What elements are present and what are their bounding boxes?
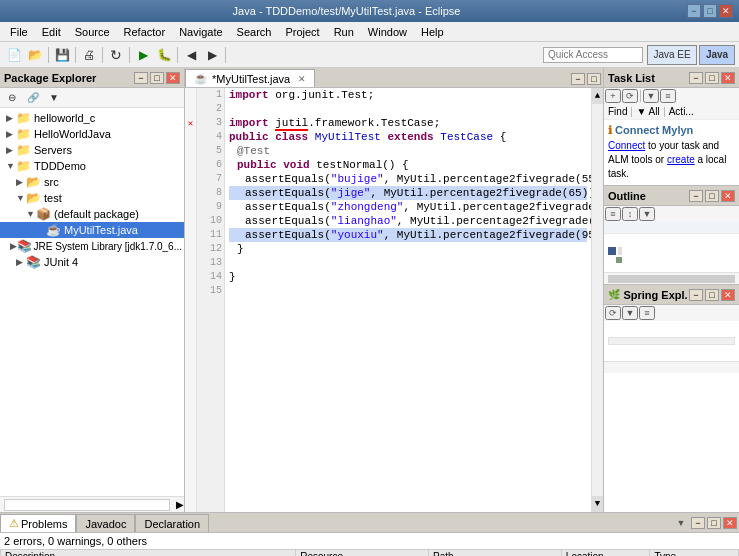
tree-item-jre[interactable]: ▶ 📚 JRE System Library [jdk1.7.0_6... xyxy=(0,238,184,254)
panel-close-button[interactable]: ✕ xyxy=(166,72,180,84)
outline-hide-fields[interactable]: ≡ xyxy=(605,207,621,221)
tree-item-test[interactable]: ▼ 📂 test xyxy=(0,190,184,206)
tree-item-myutiltest[interactable]: ☕ MyUtilTest.java xyxy=(0,222,184,238)
code-line-6: public void testNormal() { xyxy=(229,158,587,172)
code-line-12: } xyxy=(229,242,587,256)
spring-close[interactable]: ✕ xyxy=(721,289,735,301)
marker-7 xyxy=(185,172,196,186)
package-explorer-panel: Package Explorer − □ ✕ ⊖ 🔗 ▼ ▶ 📁 hellowo… xyxy=(0,68,185,512)
outline-header: Outline − □ ✕ xyxy=(604,186,739,206)
col-description[interactable]: Description xyxy=(1,550,296,557)
maximize-button[interactable]: □ xyxy=(703,4,717,18)
outline-menu[interactable]: ▼ xyxy=(639,207,655,221)
acti-filter-button[interactable]: Acti... xyxy=(669,106,694,117)
connect-link[interactable]: Connect xyxy=(608,140,645,151)
create-link[interactable]: create xyxy=(667,154,695,165)
outline-sort[interactable]: ↕ xyxy=(622,207,638,221)
menu-item-source[interactable]: Source xyxy=(69,24,116,40)
code-area[interactable]: import org.junit.Test; import jutil.fram… xyxy=(225,88,591,512)
problems-minimize[interactable]: − xyxy=(691,517,705,529)
save-button[interactable]: 💾 xyxy=(52,45,72,65)
editor-panel-maximize[interactable]: □ xyxy=(587,73,601,85)
editor-tab-myutiltest[interactable]: ☕ *MyUtilTest.java ✕ xyxy=(185,69,315,87)
collapse-all-button[interactable]: ⊖ xyxy=(2,88,22,108)
outline-close[interactable]: ✕ xyxy=(721,190,735,202)
next-button[interactable]: ▶ xyxy=(202,45,222,65)
quick-access-input[interactable] xyxy=(543,47,643,63)
menu-item-search[interactable]: Search xyxy=(231,24,278,40)
menu-item-edit[interactable]: Edit xyxy=(36,24,67,40)
tree-item-helloworldjava[interactable]: ▶ 📁 HelloWorldJava xyxy=(0,126,184,142)
spring-maximize[interactable]: □ xyxy=(705,289,719,301)
scroll-up-button[interactable]: ▲ xyxy=(592,88,603,104)
panel-maximize-button[interactable]: □ xyxy=(150,72,164,84)
task-list-close[interactable]: ✕ xyxy=(721,72,735,84)
debug-button[interactable]: 🐛 xyxy=(154,45,174,65)
spring-menu[interactable]: ≡ xyxy=(639,306,655,320)
spring-explorer-title: Spring Expl. xyxy=(623,289,687,301)
menu-item-project[interactable]: Project xyxy=(279,24,325,40)
all-filter-button[interactable]: ▼ All xyxy=(636,106,659,117)
close-button[interactable]: ✕ xyxy=(719,4,733,18)
open-button[interactable]: 📂 xyxy=(25,45,45,65)
java-perspective[interactable]: Java xyxy=(699,45,735,65)
run-button[interactable]: ▶ xyxy=(133,45,153,65)
menu-item-window[interactable]: Window xyxy=(362,24,413,40)
code-line-1: import org.junit.Test; xyxy=(229,88,587,102)
task-list-minimize[interactable]: − xyxy=(689,72,703,84)
panel-minimize-button[interactable]: − xyxy=(134,72,148,84)
toolbar: 📄 📂 💾 🖨 ↻ ▶ 🐛 ◀ ▶ Java EE Java xyxy=(0,42,739,68)
task-list-maximize[interactable]: □ xyxy=(705,72,719,84)
col-type[interactable]: Type xyxy=(650,550,739,557)
left-panel-hscroll[interactable]: ▶ xyxy=(174,499,184,510)
task-menu-button[interactable]: ≡ xyxy=(660,89,676,103)
pkg-view-menu-button[interactable]: ▼ xyxy=(44,88,64,108)
print-button[interactable]: 🖨 xyxy=(79,45,99,65)
code-line-11: assertEquals("youxiu", MyUtil.percentage… xyxy=(229,228,587,242)
col-location[interactable]: Location xyxy=(561,550,650,557)
problems-close[interactable]: ✕ xyxy=(723,517,737,529)
marker-3: ✕ xyxy=(185,116,196,130)
refresh-button[interactable]: ↻ xyxy=(106,45,126,65)
prev-button[interactable]: ◀ xyxy=(181,45,201,65)
tab-javadoc[interactable]: Javadoc xyxy=(76,514,135,532)
menu-item-run[interactable]: Run xyxy=(328,24,360,40)
tree-item-helloworld-c[interactable]: ▶ 📁 helloworld_c xyxy=(0,110,184,126)
expand-arrow: ▶ xyxy=(16,177,26,187)
tab-declaration[interactable]: Declaration xyxy=(135,514,209,532)
spring-minimize[interactable]: − xyxy=(689,289,703,301)
editor-panel-minimize[interactable]: − xyxy=(571,73,585,85)
menu-item-refactor[interactable]: Refactor xyxy=(118,24,172,40)
tree-item-servers[interactable]: ▶ 📁 Servers xyxy=(0,142,184,158)
problems-maximize[interactable]: □ xyxy=(707,517,721,529)
spring-explorer-panel: 🌿 Spring Expl. − □ ✕ ⟳ ▼ ≡ xyxy=(604,285,739,512)
task-new-button[interactable]: + xyxy=(605,89,621,103)
outline-maximize[interactable]: □ xyxy=(705,190,719,202)
new-button[interactable]: 📄 xyxy=(4,45,24,65)
menu-item-file[interactable]: File xyxy=(4,24,34,40)
spring-refresh[interactable]: ⟳ xyxy=(605,306,621,320)
menu-item-help[interactable]: Help xyxy=(415,24,450,40)
package-explorer-tree: ▶ 📁 helloworld_c ▶ 📁 HelloWorldJava ▶ 📁 … xyxy=(0,108,184,496)
tab-close-icon[interactable]: ✕ xyxy=(298,74,306,84)
tree-item-src[interactable]: ▶ 📂 src xyxy=(0,174,184,190)
menu-item-navigate[interactable]: Navigate xyxy=(173,24,228,40)
code-line-3: import jutil.framework.TestCase; xyxy=(229,116,587,130)
problems-menu-button[interactable]: ▼ xyxy=(673,516,689,530)
spring-filter[interactable]: ▼ xyxy=(622,306,638,320)
tab-problems[interactable]: ⚠ Problems xyxy=(0,514,76,532)
editor-content[interactable]: ✕ 1 2 3 xyxy=(185,88,603,512)
task-filter-button[interactable]: ▼ xyxy=(643,89,659,103)
col-path[interactable]: Path xyxy=(429,550,562,557)
col-resource[interactable]: Resource xyxy=(296,550,429,557)
tree-item-tdddemo[interactable]: ▼ 📁 TDDDemo xyxy=(0,158,184,174)
minimize-button[interactable]: − xyxy=(687,4,701,18)
tree-item-junit[interactable]: ▶ 📚 JUnit 4 xyxy=(0,254,184,270)
scroll-down-button[interactable]: ▼ xyxy=(592,496,603,512)
tree-item-default-package[interactable]: ▼ 📦 (default package) xyxy=(0,206,184,222)
link-editor-button[interactable]: 🔗 xyxy=(23,88,43,108)
outline-minimize[interactable]: − xyxy=(689,190,703,202)
task-sync-button[interactable]: ⟳ xyxy=(622,89,638,103)
editor-scrollbar[interactable]: ▲ ▼ xyxy=(591,88,603,512)
java-ee-perspective[interactable]: Java EE xyxy=(647,45,697,65)
